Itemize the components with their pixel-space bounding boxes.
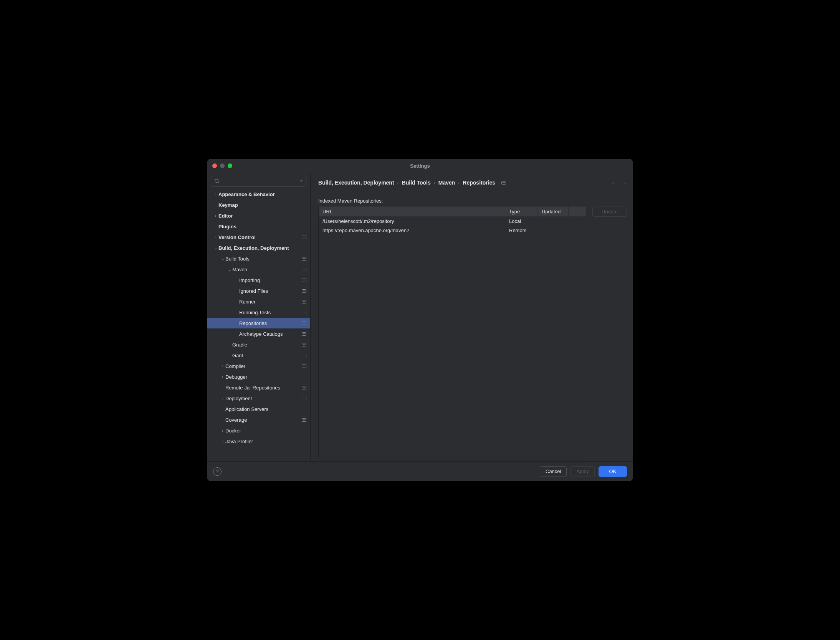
breadcrumb-item[interactable]: Build Tools bbox=[402, 180, 431, 186]
breadcrumb: Build, Execution, Deployment › Build Too… bbox=[318, 178, 627, 187]
traffic-lights bbox=[212, 163, 232, 168]
sidebar-item[interactable]: Archetype Catalogs bbox=[207, 328, 310, 339]
sidebar-item[interactable]: Keymap bbox=[207, 200, 310, 210]
sidebar-item[interactable]: Application Servers bbox=[207, 404, 310, 414]
breadcrumb-sep: › bbox=[434, 180, 435, 185]
breadcrumb-item[interactable]: Build, Execution, Deployment bbox=[318, 180, 394, 186]
section-label: Indexed Maven Repositories: bbox=[318, 198, 627, 204]
window-title: Settings bbox=[410, 163, 430, 169]
col-header-type[interactable]: Type bbox=[505, 206, 538, 216]
settings-main-panel: Build, Execution, Deployment › Build Too… bbox=[311, 173, 633, 461]
project-badge-icon bbox=[302, 365, 306, 368]
sidebar-item[interactable]: Importing bbox=[207, 275, 310, 285]
project-badge-icon bbox=[302, 343, 306, 346]
settings-tree: ›Appearance & BehaviorKeymap›EditorPlugi… bbox=[207, 189, 310, 461]
project-badge-icon bbox=[302, 354, 306, 357]
chevron-right-icon[interactable]: › bbox=[220, 439, 225, 444]
chevron-down-icon bbox=[300, 180, 303, 183]
chevron-right-icon[interactable]: › bbox=[213, 192, 218, 196]
sidebar-item[interactable]: Running Tests bbox=[207, 307, 310, 318]
cancel-button[interactable]: Cancel bbox=[540, 466, 567, 477]
sidebar-item-label: Plugins bbox=[218, 224, 306, 229]
close-window-button[interactable] bbox=[212, 163, 217, 168]
sidebar-item[interactable]: ›Appearance & Behavior bbox=[207, 189, 310, 200]
sidebar-item[interactable]: Gant bbox=[207, 350, 310, 361]
sidebar-item-label: Runner bbox=[239, 299, 302, 305]
col-header-updated[interactable]: Updated bbox=[538, 206, 569, 216]
cell-extra bbox=[569, 226, 586, 235]
chevron-right-icon[interactable]: › bbox=[220, 364, 225, 368]
sidebar-item[interactable]: Ignored Files bbox=[207, 285, 310, 296]
sidebar-item[interactable]: ⌄Build, Execution, Deployment bbox=[207, 242, 310, 253]
sidebar-item-label: Repositories bbox=[239, 320, 302, 326]
chevron-down-icon[interactable]: ⌄ bbox=[213, 246, 218, 250]
table-row[interactable]: https://repo.maven.apache.org/maven2Remo… bbox=[319, 226, 586, 235]
sidebar-item-label: Build, Execution, Deployment bbox=[218, 245, 306, 251]
project-badge-icon bbox=[302, 236, 306, 239]
sidebar-item[interactable]: ›Docker bbox=[207, 425, 310, 436]
sidebar-item[interactable]: Runner bbox=[207, 296, 310, 307]
sidebar-item[interactable]: ›Java Profiler bbox=[207, 436, 310, 447]
chevron-right-icon[interactable]: › bbox=[220, 375, 225, 379]
chevron-right-icon[interactable]: › bbox=[213, 235, 218, 239]
sidebar-item-label: Appearance & Behavior bbox=[218, 191, 306, 197]
ok-button[interactable]: OK bbox=[599, 466, 627, 477]
cell-url: /Users/helenscott/.m2/repository bbox=[319, 216, 505, 226]
sidebar-item[interactable]: Gradle bbox=[207, 339, 310, 350]
cell-extra bbox=[569, 216, 586, 226]
sidebar-item[interactable]: ›Deployment bbox=[207, 393, 310, 404]
cell-updated bbox=[538, 216, 569, 226]
nav-back-icon[interactable]: ← bbox=[611, 180, 616, 186]
sidebar-item[interactable]: ⌄Build Tools bbox=[207, 253, 310, 264]
sidebar-item[interactable]: ⌄Maven bbox=[207, 264, 310, 275]
sidebar-item-label: Build Tools bbox=[225, 256, 302, 262]
maximize-window-button[interactable] bbox=[228, 163, 232, 168]
sidebar-item-label: Maven bbox=[232, 267, 302, 272]
cell-url: https://repo.maven.apache.org/maven2 bbox=[319, 226, 505, 235]
chevron-down-icon[interactable]: ⌄ bbox=[227, 267, 232, 272]
search-input[interactable] bbox=[221, 178, 300, 184]
sidebar-item-label: Remote Jar Repositories bbox=[225, 385, 302, 391]
project-badge-icon bbox=[302, 289, 306, 293]
sidebar-item-label: Application Servers bbox=[225, 406, 306, 412]
chevron-right-icon[interactable]: › bbox=[213, 214, 218, 218]
sidebar-item-label: Compiler bbox=[225, 363, 302, 369]
project-badge-icon bbox=[302, 397, 306, 400]
chevron-down-icon[interactable]: ⌄ bbox=[220, 257, 225, 261]
project-badge-icon bbox=[501, 181, 506, 185]
sidebar-item[interactable]: Coverage bbox=[207, 414, 310, 425]
sidebar-item[interactable]: Remote Jar Repositories bbox=[207, 382, 310, 393]
svg-line-1 bbox=[218, 182, 219, 183]
settings-window: Settings ›Appearance & BehaviorKeymap›Ed… bbox=[207, 159, 633, 481]
chevron-right-icon[interactable]: › bbox=[220, 429, 225, 433]
chevron-right-icon[interactable]: › bbox=[220, 396, 225, 401]
project-badge-icon bbox=[302, 268, 306, 271]
sidebar-item-label: Editor bbox=[218, 213, 306, 219]
update-button[interactable]: Update bbox=[592, 206, 627, 217]
minimize-window-button[interactable] bbox=[220, 163, 225, 168]
table-row[interactable]: /Users/helenscott/.m2/repositoryLocal bbox=[319, 216, 586, 226]
col-header-url[interactable]: URL bbox=[319, 206, 505, 216]
nav-forward-icon[interactable]: → bbox=[622, 180, 627, 186]
sidebar-item-label: Ignored Files bbox=[239, 288, 302, 294]
project-badge-icon bbox=[302, 418, 306, 422]
sidebar-item[interactable]: ›Version Control bbox=[207, 232, 310, 242]
sidebar-item[interactable]: Plugins bbox=[207, 221, 310, 232]
breadcrumb-item[interactable]: Maven bbox=[438, 180, 455, 186]
sidebar-item[interactable]: ›Editor bbox=[207, 210, 310, 221]
dialog-footer: ? Cancel Apply OK bbox=[207, 461, 633, 481]
breadcrumb-sep: › bbox=[458, 180, 460, 185]
settings-search[interactable] bbox=[211, 176, 306, 186]
project-badge-icon bbox=[302, 279, 306, 282]
sidebar-item[interactable]: Repositories bbox=[207, 318, 310, 328]
sidebar-item-label: Gant bbox=[232, 353, 302, 358]
table-body: /Users/helenscott/.m2/repositoryLocalhtt… bbox=[319, 216, 586, 457]
help-icon[interactable]: ? bbox=[213, 467, 222, 476]
sidebar-item-label: Coverage bbox=[225, 417, 302, 423]
sidebar-item-label: Docker bbox=[225, 428, 306, 434]
table-header: URL Type Updated bbox=[319, 206, 586, 216]
apply-button[interactable]: Apply bbox=[570, 466, 595, 477]
sidebar-item[interactable]: ›Compiler bbox=[207, 361, 310, 371]
search-icon bbox=[214, 178, 220, 184]
sidebar-item[interactable]: ›Debugger bbox=[207, 371, 310, 382]
